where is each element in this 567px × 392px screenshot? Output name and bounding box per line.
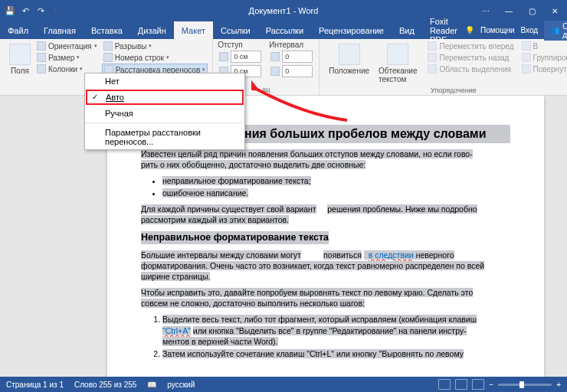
breaks-icon — [103, 41, 113, 51]
sign-in-label[interactable]: Вход — [521, 26, 539, 34]
status-page[interactable]: Страница 1 из 1 — [6, 381, 64, 389]
wrap-icon — [387, 44, 408, 65]
doc-paragraph[interactable]: Известен целый ряд причин появления боль… — [141, 149, 510, 170]
line-numbers-button[interactable]: Номера строк▾ — [102, 52, 208, 63]
margins-label: Поля — [11, 67, 29, 75]
view-read-icon[interactable] — [438, 379, 451, 390]
hyphenation-dropdown: Нет Авто Ручная Параметры расстановки пе… — [84, 73, 245, 150]
tab-foxit[interactable]: Foxit Reader PDF — [422, 21, 465, 39]
doc-numbered-list[interactable]: Выделите весь текст, либо тот фрагмент, … — [141, 314, 510, 359]
share-button[interactable]: 👥 Общий доступ — [544, 21, 567, 41]
spacing-after-icon — [270, 67, 280, 76]
view-print-icon[interactable] — [455, 379, 467, 390]
hyphenation-auto[interactable]: Авто — [86, 90, 244, 105]
tab-home[interactable]: Главная — [36, 21, 84, 39]
rotate-icon — [522, 64, 531, 74]
tab-review[interactable]: Рецензирование — [311, 21, 392, 39]
menu-separator — [85, 122, 244, 123]
tell-me-icon[interactable]: 💡 — [465, 26, 474, 34]
status-bar: Страница 1 из 1 Слово 255 из 255 📖 русск… — [0, 377, 567, 392]
tab-design[interactable]: Дизайн — [130, 21, 174, 39]
close-button[interactable]: ✕ — [544, 2, 565, 19]
size-button[interactable]: Размер▾ — [35, 52, 99, 63]
position-button[interactable]: Положение — [324, 41, 374, 78]
hyphenation-options[interactable]: Параметры расстановки переносов... — [85, 125, 244, 149]
doc-bullet-list[interactable]: неправильное форматирование текста; ошиб… — [141, 175, 510, 198]
indent-left-input[interactable]: 0 см — [218, 50, 263, 64]
zoom-out-button[interactable]: − — [489, 381, 493, 389]
indent-label: Отступ — [218, 41, 263, 49]
status-proofing-icon[interactable]: 📖 — [147, 381, 156, 389]
status-words[interactable]: Слово 255 из 255 — [74, 381, 136, 389]
undo-icon[interactable]: ↶ — [20, 5, 31, 16]
title-bar: 💾 ↶ ↷ ▾ Документ1 - Word ⋯ — ▢ ✕ — [0, 0, 567, 21]
size-icon — [37, 53, 46, 62]
line-numbers-icon — [103, 53, 113, 62]
align-icon — [522, 41, 531, 51]
selection-pane-icon — [428, 64, 437, 74]
tab-references[interactable]: Ссылки — [213, 21, 258, 39]
doc-paragraph[interactable]: Для каждой причины существует свой вариа… — [141, 204, 510, 225]
status-language[interactable]: русский — [167, 381, 195, 389]
selection-pane-button[interactable]: Область выделения — [426, 64, 515, 74]
tab-mailings[interactable]: Рассылки — [258, 21, 311, 39]
tell-me-label[interactable]: Помощни — [480, 26, 515, 34]
zoom-slider[interactable] — [498, 384, 552, 386]
share-icon: 👥 — [550, 26, 559, 34]
columns-icon — [37, 64, 46, 74]
spacing-label: Интервал — [269, 41, 314, 49]
send-backward-icon — [428, 53, 437, 62]
tab-insert[interactable]: Вставка — [84, 21, 130, 39]
spacing-before-icon — [270, 52, 280, 61]
ribbon-tabs: Файл Главная Вставка Дизайн Макет Ссылки… — [0, 21, 567, 39]
doc-paragraph[interactable]: Чтобы исправить это, давайте попробуем в… — [141, 287, 510, 309]
orientation-button[interactable]: Ориентация▾ — [35, 41, 99, 51]
bring-forward-icon — [428, 41, 437, 51]
align-button: В — [520, 41, 567, 51]
share-label: Общий доступ — [562, 22, 567, 39]
breaks-button[interactable]: Разрывы▾ — [102, 41, 208, 51]
orientation-icon — [37, 41, 46, 51]
bring-forward-button: Переместить вперед — [426, 41, 515, 51]
group-button: Группировать — [520, 52, 567, 63]
tab-view[interactable]: Вид — [392, 21, 422, 39]
window-title: Документ1 - Word — [249, 6, 319, 15]
position-icon — [339, 44, 360, 65]
doc-link: в следствии — [369, 250, 414, 260]
group-icon — [522, 53, 531, 62]
view-web-icon[interactable] — [472, 379, 484, 390]
qat-dropdown-icon[interactable]: ▾ — [51, 5, 61, 16]
zoom-in-button[interactable]: + — [556, 381, 561, 389]
hyphenation-manual[interactable]: Ручная — [85, 106, 244, 121]
annotation-arrow — [251, 80, 351, 126]
ribbon-options-button[interactable]: ⋯ — [475, 2, 497, 19]
wrap-text-button[interactable]: Обтекание текстом — [374, 41, 421, 87]
minimize-button[interactable]: — — [498, 2, 519, 19]
redo-icon[interactable]: ↷ — [35, 5, 46, 16]
margins-icon — [9, 44, 31, 65]
doc-paragraph[interactable]: Большие интервалы между словами могут по… — [141, 250, 510, 283]
save-icon[interactable]: 💾 — [5, 5, 15, 16]
doc-heading-2[interactable]: Неправильное форматирование текста — [141, 231, 329, 244]
send-backward-button: Переместить назад — [426, 52, 515, 63]
spacing-before-input[interactable]: 0 — [269, 50, 314, 64]
margins-button[interactable]: Поля — [5, 41, 35, 78]
tab-file[interactable]: Файл — [0, 21, 36, 39]
rotate-button: Повернуть — [520, 64, 567, 74]
hyphenation-none[interactable]: Нет — [85, 74, 244, 89]
tab-layout[interactable]: Макет — [174, 21, 213, 39]
arrange-group-label: Упорядочение — [320, 85, 567, 94]
maximize-button[interactable]: ▢ — [521, 2, 542, 19]
indent-left-icon — [219, 52, 228, 61]
spacing-after-input[interactable]: 0 — [269, 64, 314, 78]
